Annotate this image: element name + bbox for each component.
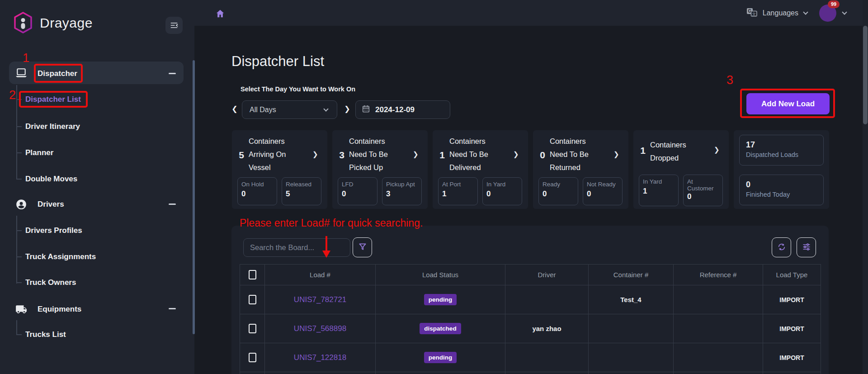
window-scrollbar[interactable] [863,0,868,374]
sub-label: Not Ready [587,181,616,188]
table-header-row: Load # Load Status Driver Container # Re… [240,265,821,285]
collapse-group-equipments-icon[interactable] [169,308,176,309]
tree-line [16,216,17,284]
sidebar-item-dispatcher-list[interactable]: Dispatcher List [25,95,138,104]
sidebar-group-drivers[interactable]: Drivers [38,200,137,209]
sidebar-item-driver-itinerary[interactable]: Driver Itinerary [25,122,138,131]
stat-sub-lfd: LFD 0 [338,177,377,205]
sub-value: 0 [486,189,491,199]
day-select-value: All Days [250,106,322,114]
stat-title-line: Containers [249,136,310,147]
load-number-link[interactable]: UNIS7_568898 [294,324,346,333]
summary-label: Dispatched Loads [746,151,817,158]
sub-label: At Customer [687,178,719,192]
stat-title-line: Delivered [449,162,511,173]
stat-count: 1 [637,145,649,156]
day-select[interactable]: All Days [242,100,337,119]
sidebar-item-double-moves[interactable]: Double Moves [25,175,138,184]
load-number-link[interactable]: UNIS7_782721 [294,295,346,304]
collapse-group-dispatcher-icon[interactable] [169,73,176,74]
stat-card-need-to-be-returned[interactable]: 0 Containers Need To Be Returned ❯ Ready… [533,130,628,209]
search-input[interactable] [243,238,350,257]
sidebar-item-drivers-profiles[interactable]: Drivers Profiles [25,226,138,235]
table-row: UNIS7_122818 pending IMPORT [240,343,821,372]
sidebar-collapse-button[interactable] [165,17,183,34]
cell-driver: yan zhao [505,314,589,343]
column-header-reference: Reference # [674,265,763,285]
previous-day-button[interactable]: ❮ [228,102,241,116]
stat-card-need-to-be-picked-up[interactable]: 3 Containers Need To Be Picked Up ❯ LFD … [332,130,428,209]
select-all-checkbox[interactable] [249,270,256,279]
notification-count-badge: 99 [828,0,840,8]
stat-count: 1 [436,150,448,161]
dispatched-loads-box: 17 Dispatched Loads [739,135,824,166]
sidebar-item-truck-owners[interactable]: Truck Owners [25,278,138,287]
row-checkbox[interactable] [249,324,256,333]
sidebar-item-trucks-list[interactable]: Trucks List [25,330,138,339]
table-row-clipped [240,372,821,374]
row-checkbox[interactable] [249,295,256,304]
stat-sub-pickup-apt: Pickup Apt 3 [382,177,422,205]
collapse-group-drivers-icon[interactable] [169,204,176,205]
sidebar-group-equipments[interactable]: Equipments [38,305,137,314]
tree-tick [16,99,22,100]
filter-button[interactable] [353,237,372,257]
summary-card: 17 Dispatched Loads 0 Finished Today [734,130,829,209]
cell-load-type: IMPORT [763,314,821,343]
languages-menu[interactable]: Languages [763,9,798,17]
column-header-load-type: Load Type [763,265,821,285]
stat-title-line: Vessel [249,162,310,173]
sub-value: 1 [643,187,647,196]
add-new-load-button[interactable]: Add New Load [746,93,830,114]
stat-title-line: Dropped [650,152,712,163]
chevron-right-icon: ❯ [714,146,720,154]
table-settings-button[interactable] [797,237,816,257]
tree-tick [16,334,22,335]
sidebar-item-truck-assignments[interactable]: Truck Assignments [25,252,138,261]
sidebar-scrollbar[interactable] [193,60,195,334]
user-menu-chevron-down-icon[interactable] [842,9,847,14]
stat-card-dropped[interactable]: 1 Containers Dropped ❯ In Yard 1 At Cust… [633,130,729,209]
refresh-button[interactable] [772,237,791,257]
stat-title-line: Containers [349,136,410,147]
summary-value: 0 [746,180,817,189]
topbar-right-group: G 文 Languages 99 [746,0,848,26]
sidebar-group-dispatcher[interactable]: Dispatcher [38,69,137,78]
tree-tick [16,179,22,180]
table-row: UNIS7_568898 dispatched yan zhao IMPORT [240,314,821,343]
status-badge: pending [424,352,457,363]
finished-today-box: 0 Finished Today [739,175,824,205]
stat-card-arriving-on-vessel[interactable]: 5 Containers Arriving On Vessel ❯ On Hol… [232,130,327,209]
calendar-icon [362,104,370,115]
date-picker-value: 2024-12-09 [375,105,415,114]
cell-reference [674,285,763,314]
next-day-button[interactable]: ❯ [340,102,354,116]
cell-container [589,343,674,372]
sub-label: LFD [342,181,354,188]
user-menu[interactable]: 99 [819,4,837,22]
row-checkbox[interactable] [249,353,256,362]
languages-chevron-down-icon[interactable] [803,9,808,14]
sub-value: 0 [542,189,547,199]
main-content: Dispatcher List Select The Day You Want … [194,26,863,374]
brand-logo-icon [13,11,33,36]
stat-sub-released: Released 5 [282,177,321,205]
stat-count: 3 [336,150,348,161]
tree-tick [16,126,22,127]
sidebar-item-planner[interactable]: Planner [25,148,138,157]
stat-card-need-to-be-delivered[interactable]: 1 Containers Need To Be Delivered ❯ At P… [433,130,528,209]
svg-text:文: 文 [752,11,756,16]
stat-title-line: Need To Be [449,149,511,160]
column-header-load-number: Load # [265,265,376,285]
sub-label: In Yard [486,181,505,188]
window-scrollbar-thumb[interactable] [863,26,868,124]
cell-load-type: IMPORT [763,285,821,314]
stat-title-line: Containers [449,136,511,147]
date-picker[interactable]: 2024-12-09 [355,100,450,119]
chevron-right-icon: ❯ [413,150,419,158]
load-number-link[interactable]: UNIS7_122818 [294,353,346,362]
home-icon[interactable] [215,9,225,19]
stat-sub-at-customer: At Customer 0 [683,175,723,206]
summary-label: Finished Today [746,191,817,198]
stat-title-line: Need To Be [550,149,611,160]
